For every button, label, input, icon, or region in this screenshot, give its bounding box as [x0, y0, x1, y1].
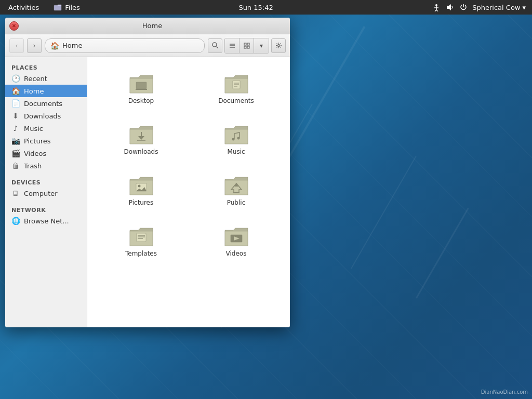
files-label: Files	[65, 4, 80, 11]
folder-desktop-icon	[129, 73, 154, 95]
sidebar-item-browse-network-label: Browse Net...	[24, 217, 69, 225]
folder-music-icon	[224, 124, 249, 146]
sidebar-item-documents-label: Documents	[24, 100, 62, 108]
file-pictures-label: Pictures	[129, 199, 154, 206]
sort-dropdown-button[interactable]: ▾	[254, 38, 269, 53]
sidebar-item-downloads[interactable]: ⬇ Downloads	[5, 110, 87, 122]
folder-pictures-icon	[129, 175, 154, 197]
file-desktop-label: Desktop	[128, 97, 154, 104]
file-item-music[interactable]: Music	[191, 116, 282, 163]
file-item-desktop[interactable]: Desktop	[96, 65, 187, 112]
svg-rect-14	[244, 46, 246, 48]
user-label: Spherical Cow	[472, 4, 520, 11]
recent-icon: 🕐	[11, 74, 20, 83]
grid-view-icon	[244, 43, 250, 49]
places-section-label: Places	[5, 61, 87, 72]
downloads-icon: ⬇	[11, 112, 20, 120]
grid-view-button[interactable]	[240, 38, 254, 53]
svg-point-7	[212, 43, 217, 47]
network-icon: 🌐	[11, 217, 20, 225]
sidebar-item-computer-label: Computer	[24, 190, 58, 197]
search-icon	[212, 42, 219, 49]
sidebar-item-browse-network[interactable]: 🌐 Browse Net...	[5, 215, 87, 227]
svg-rect-17	[136, 82, 147, 89]
file-area: Desktop Documents	[87, 57, 290, 327]
pictures-icon: 📷	[11, 137, 20, 145]
file-item-templates[interactable]: Templates	[96, 218, 187, 265]
sidebar-item-recent[interactable]: 🕐 Recent	[5, 72, 87, 85]
file-public-label: Public	[227, 199, 246, 206]
location-home-icon: 🏠	[50, 42, 59, 50]
forward-button[interactable]: ›	[27, 38, 42, 53]
svg-line-8	[216, 47, 218, 49]
location-text: Home	[62, 42, 82, 49]
sidebar-item-music[interactable]: ♪ Music	[5, 122, 87, 135]
titlebar: ✕ Home	[5, 18, 290, 34]
file-music-label: Music	[227, 148, 245, 155]
file-templates-label: Templates	[125, 250, 157, 257]
svg-marker-6	[447, 4, 451, 10]
svg-point-26	[232, 138, 234, 141]
file-documents-label: Documents	[218, 97, 254, 104]
activities-button[interactable]: Activities	[0, 0, 47, 15]
topbar-clock: Sun 15:42	[86, 4, 425, 11]
svg-point-16	[277, 45, 280, 47]
videos-icon: 🎬	[11, 149, 20, 157]
user-menu[interactable]: Spherical Cow ▾	[472, 4, 526, 11]
sidebar-item-computer[interactable]: 🖥 Computer	[5, 187, 87, 200]
file-videos-label: Videos	[226, 250, 247, 257]
file-item-downloads[interactable]: Downloads	[96, 116, 187, 163]
location-bar: 🏠 Home	[45, 38, 205, 53]
files-menu[interactable]: Files	[47, 0, 86, 15]
sidebar-item-home[interactable]: 🏠 Home	[5, 85, 87, 97]
file-manager-window: ✕ Home ‹ › 🏠 Home	[5, 18, 290, 327]
accessibility-icon[interactable]	[432, 3, 441, 12]
settings-icon	[275, 42, 282, 49]
sidebar-item-videos-label: Videos	[24, 150, 46, 157]
user-dropdown-icon: ▾	[522, 4, 526, 11]
file-item-videos[interactable]: Videos	[191, 218, 282, 265]
sidebar-item-home-label: Home	[24, 87, 44, 95]
svg-rect-0	[54, 5, 61, 10]
window-title: Home	[19, 22, 286, 30]
list-view-icon	[229, 43, 235, 49]
documents-icon: 📄	[11, 99, 20, 108]
svg-rect-18	[136, 89, 147, 90]
sidebar-item-pictures[interactable]: 📷 Pictures	[5, 135, 87, 147]
svg-rect-12	[244, 43, 246, 45]
sidebar: Places 🕐 Recent 🏠 Home 📄 Documents ⬇ Dow…	[5, 57, 87, 327]
file-item-public[interactable]: Public	[191, 167, 282, 214]
svg-point-1	[435, 4, 437, 6]
file-downloads-label: Downloads	[124, 148, 158, 155]
sidebar-item-documents[interactable]: 📄 Documents	[5, 97, 87, 110]
file-item-documents[interactable]: Documents	[191, 65, 282, 112]
toolbar: ‹ › 🏠 Home	[5, 34, 290, 57]
sidebar-item-trash-label: Trash	[24, 162, 42, 170]
sidebar-item-trash[interactable]: 🗑 Trash	[5, 159, 87, 172]
svg-point-29	[138, 185, 140, 188]
topbar: Activities Files Sun 15:42	[0, 0, 532, 15]
network-section-label: Network	[5, 204, 87, 215]
power-icon[interactable]	[459, 3, 468, 12]
close-button[interactable]: ✕	[9, 21, 19, 31]
search-button[interactable]	[208, 38, 222, 53]
list-view-button[interactable]	[225, 38, 240, 53]
view-buttons: ▾	[224, 38, 269, 54]
music-icon: ♪	[11, 124, 20, 132]
trash-icon: 🗑	[11, 162, 20, 170]
volume-icon[interactable]	[445, 3, 455, 12]
sidebar-item-recent-label: Recent	[24, 75, 47, 83]
svg-rect-13	[247, 43, 249, 45]
svg-point-27	[237, 137, 240, 140]
folder-videos-icon	[224, 226, 249, 248]
file-item-pictures[interactable]: Pictures	[96, 167, 187, 214]
sidebar-item-music-label: Music	[24, 125, 43, 132]
toolbar-right: ▾	[208, 38, 286, 54]
sidebar-item-videos[interactable]: 🎬 Videos	[5, 147, 87, 159]
watermark: DianNaoDian.com	[481, 389, 528, 395]
settings-button[interactable]	[271, 38, 286, 53]
svg-rect-33	[137, 233, 146, 242]
svg-line-4	[435, 10, 436, 11]
folder-public-icon	[224, 175, 249, 197]
back-button[interactable]: ‹	[9, 38, 24, 53]
